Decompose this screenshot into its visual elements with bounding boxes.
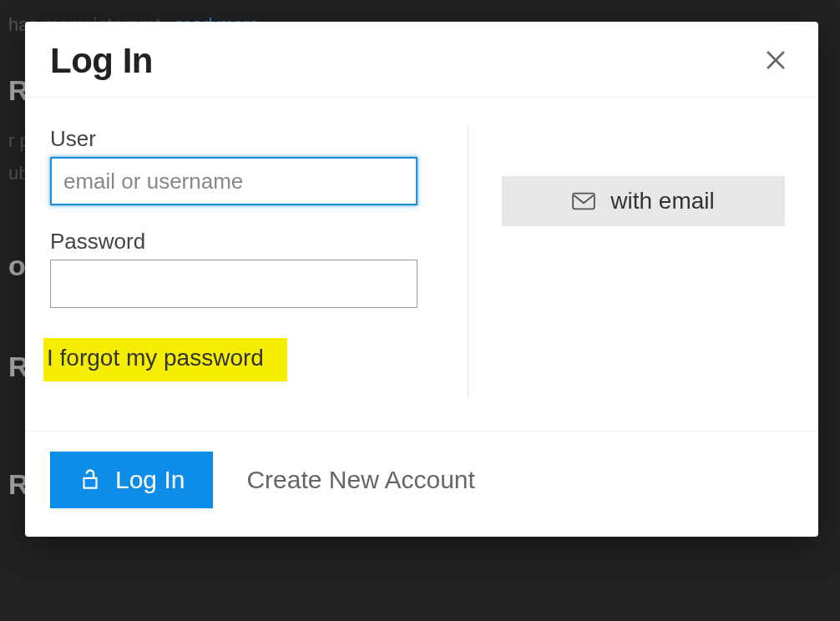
close-icon [762,41,790,80]
password-label: Password [50,229,417,255]
login-button-label: Log In [115,466,185,494]
unlock-icon [78,467,102,492]
envelope-icon [572,192,595,210]
create-account-link[interactable]: Create New Account [246,466,474,494]
user-label: User [50,126,417,152]
social-login-column: with email [485,126,793,397]
login-form-column: User Password I forgot my password [50,126,451,397]
email-button-label: with email [610,188,714,215]
modal-header: Log In [25,22,818,98]
login-modal: Log In User Password I forgot my passwor… [25,22,818,537]
modal-footer: Log In Create New Account [25,432,818,537]
column-divider [468,126,468,397]
password-input[interactable] [50,260,417,308]
user-input[interactable] [50,157,417,205]
password-field-block: Password [50,229,417,308]
user-field-block: User [50,126,417,205]
login-submit-button[interactable]: Log In [50,452,213,508]
svg-rect-0 [573,194,595,210]
modal-body: User Password I forgot my password with … [25,98,818,432]
modal-title: Log In [50,41,153,81]
login-with-email-button[interactable]: with email [502,176,785,226]
close-button[interactable] [758,40,793,82]
forgot-password-link[interactable]: I forgot my password [43,338,287,381]
